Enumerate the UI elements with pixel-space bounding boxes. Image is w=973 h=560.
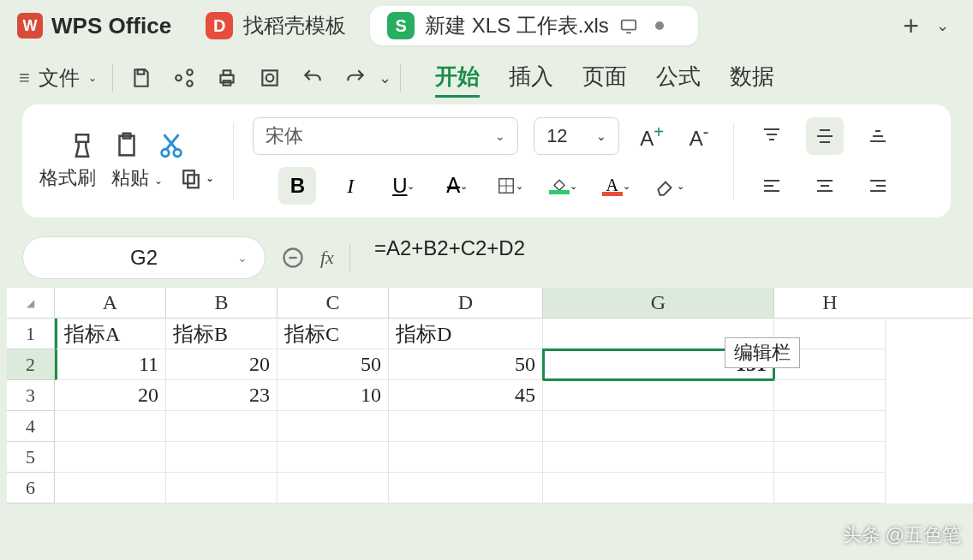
tab-templates[interactable]: D 找稻壳模板 [188,6,363,45]
table-row: 2 11 20 50 50 131 [7,349,973,380]
cell-C2[interactable]: 50 [278,349,389,380]
svg-rect-7 [224,70,231,74]
font-color-button[interactable]: A ⌄ [597,167,635,205]
cell-G3[interactable] [543,380,774,411]
fill-color-button[interactable]: ⌄ [544,167,582,205]
italic-button[interactable]: I [331,167,369,205]
borders-button[interactable]: ⌄ [491,167,528,205]
print-preview-button[interactable] [255,63,284,92]
row-header-6[interactable]: 6 [7,473,55,503]
col-header-G[interactable]: G [543,288,774,318]
chevron-down-icon: ⌄ [596,129,606,143]
svg-rect-0 [622,21,636,30]
menu-bar: ≡ 文件 ⌄ ⌄ 开始 插入 页面 公式 数据 [0,51,973,104]
format-painter-label: 格式刷 [39,165,96,191]
app-title: W WPS Office [7,13,182,39]
align-bottom-button[interactable] [859,117,897,155]
align-center-button[interactable] [806,167,844,205]
row-header-2[interactable]: 2 [7,349,55,380]
cell-B1[interactable]: 指标B [166,319,278,349]
name-box[interactable]: G2 ⌄ [22,236,266,279]
tab-list-button[interactable]: ⌄ [936,16,949,35]
print-button[interactable] [212,63,242,92]
paste-label[interactable]: 粘贴 ⌄ [111,165,163,191]
bold-button[interactable]: B [278,167,316,205]
cell-B2[interactable]: 20 [166,349,278,380]
select-all-corner[interactable]: ◢ [7,288,55,318]
col-header-B[interactable]: B [166,288,278,318]
svg-rect-15 [183,170,194,183]
file-menu[interactable]: ≡ 文件 ⌄ [12,64,104,92]
align-top-button[interactable] [753,117,791,155]
row-header-4[interactable]: 4 [7,411,55,442]
tab-start[interactable]: 开始 [435,58,480,98]
chevron-down-icon: ⌄ [237,251,248,265]
copy-button[interactable]: ⌄ [178,165,214,191]
col-header-H[interactable]: H [774,288,886,318]
spreadsheet-grid[interactable]: ◢ A B C D G H 1 指标A 指标B 指标C 指标D 2 11 20 … [7,288,973,503]
file-menu-label: 文件 [39,64,80,92]
table-row: 6 [7,473,973,503]
redo-button[interactable] [341,63,370,92]
svg-rect-16 [188,175,199,188]
cell-A1[interactable]: 指标A [55,319,166,349]
cut-button[interactable] [157,131,186,160]
qa-more-button[interactable]: ⌄ [379,69,391,87]
align-middle-button[interactable] [806,117,844,155]
svg-point-5 [187,80,193,86]
cell-D3[interactable]: 45 [389,380,543,411]
row-header-5[interactable]: 5 [7,442,55,473]
cell-C1[interactable]: 指标C [278,319,389,349]
cell-B3[interactable]: 23 [166,380,278,411]
cell-H3[interactable] [774,380,886,411]
cancel-icon[interactable] [281,246,305,270]
cell-C3[interactable]: 10 [278,380,389,411]
row-header-3[interactable]: 3 [7,380,55,411]
paste-button[interactable] [112,131,141,160]
ribbon: 格式刷 粘贴 ⌄ ⌄ 宋体 ⌄ 12 ⌄ A+ A- B I U⌄ A̶⌄ [22,104,951,217]
increase-font-button[interactable]: A+ [635,122,669,151]
table-row: 5 [7,442,973,473]
svg-point-10 [266,74,274,82]
daoke-icon: D [206,12,233,39]
font-size-select[interactable]: 12 ⌄ [534,117,619,155]
font-name-value: 宋体 [266,123,303,149]
col-header-C[interactable]: C [278,288,389,318]
screen-icon[interactable] [619,16,638,35]
sheet-icon: S [387,12,415,39]
strike-button[interactable]: A̶⌄ [438,167,475,205]
tab-insert[interactable]: 插入 [509,58,553,98]
title-bar: W WPS Office D 找稻壳模板 S 新建 XLS 工作表.xls + … [0,0,973,51]
dot-icon[interactable] [655,21,664,30]
align-left-button[interactable] [753,167,791,205]
table-row: 4 [7,411,973,442]
fx-icon[interactable]: fx [320,247,334,269]
row-header-1[interactable]: 1 [7,319,55,349]
col-header-D[interactable]: D [389,288,543,318]
svg-point-14 [174,149,182,157]
formula-input[interactable]: =A2+B2+C2+D2 [366,236,951,279]
font-size-value: 12 [546,125,567,147]
decrease-font-button[interactable]: A- [684,122,714,151]
cell-D1[interactable]: 指标D [389,319,543,349]
svg-rect-2 [138,69,145,74]
align-right-button[interactable] [859,167,897,205]
cell-A2[interactable]: 11 [55,349,166,380]
tab-data[interactable]: 数据 [730,58,774,98]
share-button[interactable] [170,63,199,92]
format-painter-button[interactable] [68,131,97,160]
new-tab-button[interactable]: + [903,10,919,42]
tab-formula[interactable]: 公式 [656,58,701,98]
tab-active-file[interactable]: S 新建 XLS 工作表.xls [370,6,698,45]
svg-point-4 [187,69,193,75]
cell-D2[interactable]: 50 [389,349,543,380]
underline-button[interactable]: U⌄ [385,167,422,205]
save-button[interactable] [127,63,156,92]
undo-button[interactable] [298,63,327,92]
clear-format-button[interactable]: ⌄ [650,167,688,205]
cell-A3[interactable]: 20 [55,380,166,411]
tab-page[interactable]: 页面 [582,58,627,98]
svg-rect-9 [262,70,277,85]
col-header-A[interactable]: A [55,288,166,318]
font-name-select[interactable]: 宋体 ⌄ [253,117,518,155]
